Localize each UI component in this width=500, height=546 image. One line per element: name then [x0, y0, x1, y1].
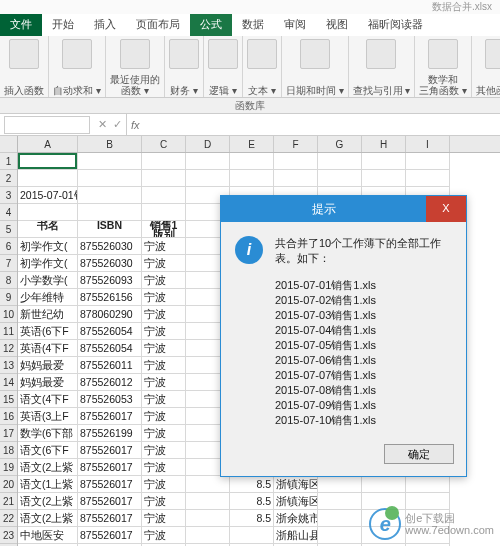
- cell[interactable]: [406, 170, 450, 187]
- cell[interactable]: [362, 476, 406, 493]
- cell[interactable]: 宁波: [142, 255, 186, 272]
- ribbon-button-icon[interactable]: [120, 39, 150, 69]
- cell[interactable]: 宁波: [142, 340, 186, 357]
- cell[interactable]: 语文(2上紫: [18, 459, 78, 476]
- cell[interactable]: ISBN: [78, 221, 142, 238]
- row-header[interactable]: 8: [0, 272, 17, 289]
- cell[interactable]: [230, 153, 274, 170]
- cell[interactable]: [186, 527, 230, 544]
- cell[interactable]: [274, 170, 318, 187]
- ribbon-button-icon[interactable]: [366, 39, 396, 69]
- cell[interactable]: [186, 153, 230, 170]
- cell[interactable]: 浙船山县: [274, 527, 318, 544]
- cell[interactable]: [78, 153, 142, 170]
- cell[interactable]: 宁波: [142, 510, 186, 527]
- cell[interactable]: 浙余姚市区: [274, 510, 318, 527]
- cell[interactable]: [406, 476, 450, 493]
- cell[interactable]: 875526030: [78, 255, 142, 272]
- cell[interactable]: 875526053: [78, 391, 142, 408]
- column-header[interactable]: I: [406, 136, 450, 152]
- cell[interactable]: 初学作文(: [18, 238, 78, 255]
- ribbon-button-label[interactable]: 其他函数 ▾: [476, 85, 500, 96]
- cell[interactable]: 英语(3上F: [18, 408, 78, 425]
- cell[interactable]: 销售1 版别: [142, 221, 186, 238]
- row-header[interactable]: 13: [0, 357, 17, 374]
- cell[interactable]: [18, 170, 78, 187]
- cell[interactable]: [362, 153, 406, 170]
- cell[interactable]: 宁波: [142, 374, 186, 391]
- cell[interactable]: [186, 170, 230, 187]
- row-header[interactable]: 5: [0, 221, 17, 238]
- cell[interactable]: 书名: [18, 221, 78, 238]
- cell[interactable]: 875526017: [78, 476, 142, 493]
- row-header[interactable]: 23: [0, 527, 17, 544]
- row-header[interactable]: 19: [0, 459, 17, 476]
- cell[interactable]: 875526017: [78, 408, 142, 425]
- row-header[interactable]: 3: [0, 187, 17, 204]
- cell[interactable]: 数学(6下部: [18, 425, 78, 442]
- row-header[interactable]: 20: [0, 476, 17, 493]
- cell[interactable]: 新世纪幼: [18, 306, 78, 323]
- cell[interactable]: 875526030: [78, 238, 142, 255]
- column-header[interactable]: H: [362, 136, 406, 152]
- cell[interactable]: [18, 153, 78, 170]
- column-header[interactable]: C: [142, 136, 186, 152]
- cell[interactable]: 语文(1上紫: [18, 476, 78, 493]
- cell[interactable]: [186, 510, 230, 527]
- cell[interactable]: 875526054: [78, 323, 142, 340]
- tab-页面布局[interactable]: 页面布局: [126, 14, 190, 36]
- fx-icon[interactable]: fx: [127, 119, 144, 131]
- row-header[interactable]: 22: [0, 510, 17, 527]
- row-header[interactable]: 9: [0, 289, 17, 306]
- formula-input[interactable]: [144, 116, 500, 134]
- row-header[interactable]: 4: [0, 204, 17, 221]
- cell[interactable]: 语文(2上紫: [18, 510, 78, 527]
- cell[interactable]: 875526017: [78, 527, 142, 544]
- row-header[interactable]: 2: [0, 170, 17, 187]
- cell[interactable]: 875526017: [78, 442, 142, 459]
- cell[interactable]: 宁波: [142, 272, 186, 289]
- cell[interactable]: [142, 153, 186, 170]
- cell[interactable]: [318, 493, 362, 510]
- cell[interactable]: [274, 153, 318, 170]
- tab-开始[interactable]: 开始: [42, 14, 84, 36]
- cell[interactable]: 宁波: [142, 323, 186, 340]
- ribbon-button-icon[interactable]: [62, 39, 92, 69]
- cell[interactable]: [186, 493, 230, 510]
- cell[interactable]: 875526012: [78, 374, 142, 391]
- cell[interactable]: [318, 476, 362, 493]
- ribbon-button-label[interactable]: 财务 ▾: [170, 85, 198, 96]
- cell[interactable]: 878060290: [78, 306, 142, 323]
- cell[interactable]: [142, 170, 186, 187]
- cell[interactable]: 宁波: [142, 425, 186, 442]
- tab-插入[interactable]: 插入: [84, 14, 126, 36]
- row-header[interactable]: 10: [0, 306, 17, 323]
- cell[interactable]: 妈妈最爱: [18, 357, 78, 374]
- cell[interactable]: 875526093: [78, 272, 142, 289]
- cell[interactable]: 少年维特: [18, 289, 78, 306]
- row-header[interactable]: 6: [0, 238, 17, 255]
- cell[interactable]: 宁波: [142, 527, 186, 544]
- cell[interactable]: 浙镇海区: [274, 493, 318, 510]
- cell[interactable]: 875526011: [78, 357, 142, 374]
- tab-文件[interactable]: 文件: [0, 14, 42, 36]
- cell[interactable]: [78, 170, 142, 187]
- tab-公式[interactable]: 公式: [190, 14, 232, 36]
- name-box[interactable]: [4, 116, 90, 134]
- cell[interactable]: 语文(2上紫: [18, 493, 78, 510]
- cell[interactable]: 宁波: [142, 357, 186, 374]
- cell[interactable]: 语文(6下F: [18, 442, 78, 459]
- ribbon-button-label[interactable]: 最近使用的 函数 ▾: [110, 74, 160, 96]
- cell[interactable]: 宁波: [142, 289, 186, 306]
- row-header[interactable]: 7: [0, 255, 17, 272]
- cell[interactable]: [142, 187, 186, 204]
- ribbon-button-label[interactable]: 文本 ▾: [248, 85, 276, 96]
- column-header[interactable]: D: [186, 136, 230, 152]
- cell[interactable]: 2015-07-01销售1: [18, 187, 78, 204]
- cancel-icon[interactable]: ✕: [98, 118, 107, 131]
- row-header[interactable]: 21: [0, 493, 17, 510]
- tab-视图[interactable]: 视图: [316, 14, 358, 36]
- cell[interactable]: 妈妈最爱: [18, 374, 78, 391]
- cell[interactable]: 8.5: [230, 493, 274, 510]
- ribbon-button-icon[interactable]: [9, 39, 39, 69]
